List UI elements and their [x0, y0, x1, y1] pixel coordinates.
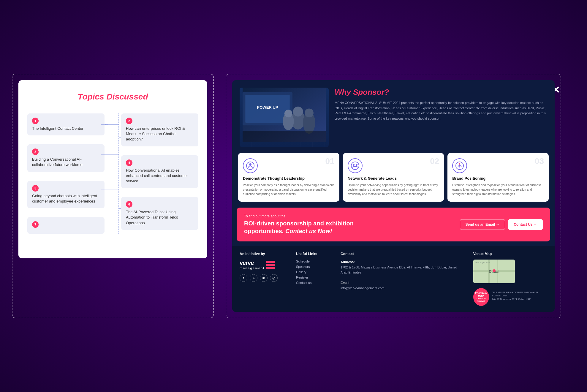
benefit-desc-1: Position your company as a thought leade…: [243, 183, 335, 196]
cta-big-text: ROI-driven sponsorship and exhibition op…: [244, 219, 354, 235]
svg-point-23: [249, 163, 251, 166]
footer-venue-label: Venue Map: [473, 252, 547, 256]
instagram-icon[interactable]: ◎: [270, 274, 278, 282]
footer-contact-label: Contact: [341, 252, 464, 256]
topic-text-5: Going beyond chatbots with intelligent c…: [32, 193, 100, 204]
svg-text:POWER UP: POWER UP: [257, 105, 278, 110]
topic-text-1: The Intelligent Contact Center: [32, 126, 100, 131]
topic-item-5: 5 Going beyond chatbots with intelligent…: [27, 181, 105, 208]
benefit-card-1: 01 Demonstrate Thought Leadership Positi…: [238, 153, 339, 202]
topics-title: Topics Discussed: [27, 92, 198, 102]
twitter-icon[interactable]: 𝕏: [250, 274, 257, 282]
svg-point-16: [293, 107, 303, 117]
svg-rect-21: [243, 131, 326, 142]
contact-us-button[interactable]: Contact Us →: [508, 219, 543, 230]
svg-point-20: [284, 110, 292, 117]
cta-banner: To find out more about the ROI-driven sp…: [237, 208, 550, 241]
footer-venue-col: Venue Map Dubai View lar: [473, 252, 547, 306]
arrow-1: ←: [104, 121, 109, 128]
link-speakers[interactable]: Speakers: [296, 265, 332, 268]
topics-card: Topics Discussed 1 The Intelligent Conta…: [18, 80, 207, 258]
cta-small-text: To find out more about the: [244, 214, 354, 218]
topic-number-1: 1: [32, 118, 39, 124]
topic-item-6: 6 The AI-Powered Telco: Using Automation…: [121, 197, 198, 230]
topic-text-2: How can enterprises unlock ROI & Measure…: [126, 126, 194, 142]
topic-number-6: 6: [126, 201, 132, 208]
why-sponsor-section: POWER UP: [232, 80, 555, 153]
benefit-number-3: 03: [535, 157, 544, 166]
footer-links-label: Useful Links: [296, 252, 332, 256]
linkedin-icon[interactable]: in: [260, 274, 268, 282]
footer-links-col: Useful Links Schedule Speakers Gallery R…: [296, 252, 332, 306]
svg-point-28: [459, 163, 460, 165]
cta-buttons: Send us an Email → Contact Us →: [460, 219, 543, 230]
summit-dates: 26 - 27 November 2024, Dubai, UAE: [492, 298, 547, 301]
right-panel: POWER UP: [226, 74, 561, 318]
facebook-icon[interactable]: f: [240, 274, 247, 282]
svg-point-25: [353, 164, 355, 166]
footer-section: An Initiative by verve management: [232, 246, 555, 312]
benefit-card-2: 02 Network & Generate Leads Optimise you…: [343, 153, 444, 202]
benefit-desc-2: Optimise your networking opportunities b…: [348, 183, 439, 196]
benefit-card-3: 03 Brand Positioning Establish, strength…: [447, 153, 549, 202]
send-email-button[interactable]: Send us an Email →: [460, 219, 505, 230]
link-contact[interactable]: Contact us: [296, 281, 332, 284]
benefit-title-2: Network & Generate Leads: [348, 176, 439, 181]
why-sponsor-text: Why Sponsor? MENA CONVERSATIONAL AI SUMM…: [335, 88, 547, 147]
svg-text:View larger map: View larger map: [475, 261, 490, 264]
topic-text-4: How Conversational AI enables enhanced c…: [126, 168, 194, 184]
footer-initiative-col: An Initiative by verve management: [240, 252, 287, 306]
benefit-title-1: Demonstrate Thought Leadership: [243, 176, 335, 181]
summit-title: 5th ANNUAL MENA CONVERSATIONAL AI SUMMIT…: [492, 291, 547, 297]
social-icons-row: f 𝕏 in ◎: [240, 274, 287, 282]
cta-text-area: To find out more about the ROI-driven sp…: [244, 214, 354, 235]
topic-text-3: Building a Conversational AI-collaborati…: [32, 157, 100, 167]
link-gallery[interactable]: Gallery: [296, 270, 332, 274]
benefit-number-2: 02: [430, 157, 439, 166]
svg-point-26: [356, 164, 357, 166]
benefit-icon-3: [452, 158, 467, 173]
footer-initiative-label: An Initiative by: [240, 252, 287, 256]
venue-map[interactable]: Dubai View larger map: [473, 260, 515, 283]
benefit-title-3: Brand Positioning: [452, 176, 544, 181]
svg-point-24: [351, 162, 359, 170]
footer-contact-col: Contact Address: 1702 & 1708, Mazaya Bus…: [341, 252, 464, 306]
why-sponsor-desc: MENA CONVERSATIONAL AI SUMMIT 2024 prese…: [335, 100, 547, 121]
topic-item-2: 2 How can enterprises unlock ROI & Measu…: [121, 113, 198, 146]
why-sponsor-title: Why Sponsor?: [335, 88, 547, 97]
benefit-icon-1: [243, 158, 258, 173]
link-schedule[interactable]: Schedule: [296, 260, 332, 263]
topic-item-1: 1 The Intelligent Contact Center ←: [27, 113, 105, 135]
topic-number-4: 4: [126, 159, 132, 166]
topic-number-3: 3: [32, 148, 39, 155]
footer-contact-info: Address: 1702 & 1708, Mazaya Business Av…: [341, 260, 464, 291]
link-register[interactable]: Register: [296, 276, 332, 279]
verve-logo: verve management: [240, 260, 287, 270]
topic-item-7: 7: [27, 217, 105, 234]
topic-number-5: 5: [32, 185, 39, 192]
benefits-row: 01 Demonstrate Thought Leadership Positi…: [232, 153, 555, 208]
svg-point-35: [493, 269, 496, 272]
left-panel: Topics Discussed 1 The Intelligent Conta…: [12, 74, 214, 318]
topic-item-4: 4 How Conversational AI enables enhanced…: [121, 155, 198, 188]
sponsor-image: POWER UP: [240, 88, 329, 147]
topic-item-3: 3 Building a Conversational AI-collabora…: [27, 144, 105, 172]
benefit-icon-2: [348, 158, 363, 173]
right-content: POWER UP: [232, 80, 555, 312]
benefit-number-1: 01: [325, 157, 335, 166]
summit-badge: 5th ANNUALMENACONV. AISUMMIT: [473, 288, 489, 306]
topic-text-6: The AI-Powered Telco: Using Automation t…: [126, 209, 194, 226]
benefit-desc-3: Establish, strengthen and re-position yo…: [452, 183, 544, 196]
topic-number-2: 2: [126, 118, 132, 124]
topic-number-7: 7: [32, 221, 39, 228]
svg-point-18: [305, 108, 314, 117]
